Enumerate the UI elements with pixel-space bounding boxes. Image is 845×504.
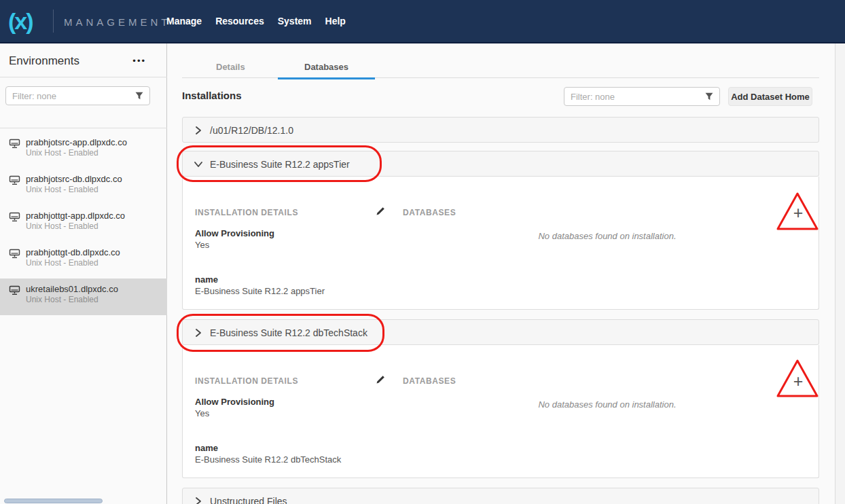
navbar-menu: Manage Resources System Help xyxy=(166,0,346,42)
installation-title: E-Business Suite R12.2 appsTier xyxy=(210,159,350,170)
installation-title: E-Business Suite R12.2 dbTechStack xyxy=(210,327,367,338)
installations-toolbar: Installations Filter: none Add Dataset H… xyxy=(168,84,835,109)
installation-header-u01[interactable]: /u01/R12/DB/12.1.0 xyxy=(182,117,819,143)
installation-header-dbtechstack[interactable]: E-Business Suite R12.2 dbTechStack xyxy=(182,319,819,345)
environment-name: prabhjottgt-db.dlpxdc.co xyxy=(26,247,167,258)
environment-name: ukretailebs01.dlpxdc.co xyxy=(26,284,167,295)
field-label: Allow Provisioning xyxy=(195,397,274,407)
host-icon xyxy=(9,285,20,295)
environment-name: prabhjotsrc-app.dlpxdc.co xyxy=(26,137,167,148)
environment-item[interactable]: prabhjotsrc-db.dlpxdc.co Unix Host - Ena… xyxy=(0,168,167,205)
vertical-scrollbar[interactable] xyxy=(835,43,845,504)
add-dataset-home-button[interactable]: Add Dataset Home xyxy=(728,87,812,106)
databases-heading: DATABASES xyxy=(403,376,456,386)
horizontal-scrollbar[interactable] xyxy=(4,499,103,503)
tab-bar: Details Databases xyxy=(182,57,819,78)
installation-title: /u01/R12/DB/12.1.0 xyxy=(210,125,293,136)
sidebar-divider xyxy=(0,77,167,77)
sidebar-divider xyxy=(0,128,167,128)
databases-heading: DATABASES xyxy=(403,208,456,217)
filter-placeholder: Filter: none xyxy=(571,92,615,102)
tab-databases[interactable]: Databases xyxy=(304,62,348,72)
menu-item-resources[interactable]: Resources xyxy=(215,16,264,26)
no-databases-message: No databases found on installation. xyxy=(403,399,812,410)
installation-panel-dbtechstack: INSTALLATION DETAILS DATABASES Allow Pro… xyxy=(182,345,819,478)
chevron-right-icon xyxy=(194,329,202,337)
sidebar-title: Environments xyxy=(9,54,79,68)
host-icon xyxy=(9,139,20,149)
environment-item[interactable]: prabhjotsrc-app.dlpxdc.co Unix Host - En… xyxy=(0,132,167,168)
field-value: E-Business Suite R12.2 appsTier xyxy=(195,286,325,296)
installation-panel-appstier: INSTALLATION DETAILS DATABASES Allow Pro… xyxy=(182,177,819,310)
environment-name: prabhjottgt-app.dlpxdc.co xyxy=(26,211,167,221)
edit-pencil-icon[interactable] xyxy=(376,375,385,384)
menu-item-help[interactable]: Help xyxy=(325,16,346,26)
environment-status: Unix Host - Enabled xyxy=(26,258,167,268)
installations-filter-input[interactable]: Filter: none xyxy=(564,87,720,106)
delphix-logo-icon[interactable]: (x) xyxy=(8,5,33,37)
field-label: Allow Provisioning xyxy=(195,228,274,238)
chevron-right-icon xyxy=(194,126,202,134)
installation-header-appstier[interactable]: E-Business Suite R12.2 appsTier xyxy=(182,151,819,177)
environment-status: Unix Host - Enabled xyxy=(26,148,167,158)
no-databases-message: No databases found on installation. xyxy=(403,231,812,241)
environment-status: Unix Host - Enabled xyxy=(26,221,167,232)
chevron-down-icon xyxy=(194,160,202,168)
field-value: E-Business Suite R12.2 dbTechStack xyxy=(195,454,341,465)
installation-header-unstructured-files[interactable]: Unstructured Files xyxy=(182,488,819,504)
installation-title: Unstructured Files xyxy=(210,496,287,504)
installation-details-heading: INSTALLATION DETAILS xyxy=(195,208,298,217)
environment-status: Unix Host - Enabled xyxy=(26,185,167,195)
app-window: (x) MANAGEMENT Manage Resources System H… xyxy=(0,0,845,504)
environment-name: prabhjotsrc-db.dlpxdc.co xyxy=(26,174,167,185)
edit-pencil-icon[interactable] xyxy=(376,206,385,216)
host-icon xyxy=(9,175,20,185)
page-title: Installations xyxy=(182,90,242,101)
environment-status: Unix Host - Enabled xyxy=(26,295,167,305)
top-navbar: (x) MANAGEMENT Manage Resources System H… xyxy=(0,0,845,43)
field-label: name xyxy=(195,274,218,285)
product-label: MANAGEMENT xyxy=(64,16,171,28)
environment-item-selected[interactable]: ukretailebs01.dlpxdc.co Unix Host - Enab… xyxy=(0,278,167,315)
environment-list: prabhjotsrc-app.dlpxdc.co Unix Host - En… xyxy=(0,132,167,315)
add-database-button[interactable]: + xyxy=(789,372,808,391)
chevron-right-icon xyxy=(194,497,202,504)
installation-details-heading: INSTALLATION DETAILS xyxy=(195,376,298,386)
field-label: name xyxy=(195,443,218,453)
environment-item[interactable]: prabhjottgt-db.dlpxdc.co Unix Host - Ena… xyxy=(0,242,167,278)
overflow-menu-icon[interactable]: ••• xyxy=(132,56,146,66)
field-value: Yes xyxy=(195,240,209,250)
installations-list: /u01/R12/DB/12.1.0 E-Business Suite R12.… xyxy=(182,117,819,504)
filter-placeholder: Filter: none xyxy=(12,91,56,101)
menu-item-system[interactable]: System xyxy=(278,16,312,26)
environments-sidebar: Environments ••• Filter: none prabhjotsr… xyxy=(0,43,167,504)
menu-item-manage[interactable]: Manage xyxy=(166,16,202,26)
navbar-divider xyxy=(53,10,54,33)
add-database-button[interactable]: + xyxy=(789,204,808,223)
field-value: Yes xyxy=(195,408,209,418)
main-content: Details Databases Installations Filter: … xyxy=(168,43,835,504)
filter-funnel-icon[interactable] xyxy=(135,92,143,100)
host-icon xyxy=(9,212,20,222)
filter-funnel-icon[interactable] xyxy=(705,92,713,101)
tab-details[interactable]: Details xyxy=(216,62,245,72)
environment-item[interactable]: prabhjottgt-app.dlpxdc.co Unix Host - En… xyxy=(0,205,167,242)
environments-filter-input[interactable]: Filter: none xyxy=(5,86,150,105)
host-icon xyxy=(9,249,20,259)
